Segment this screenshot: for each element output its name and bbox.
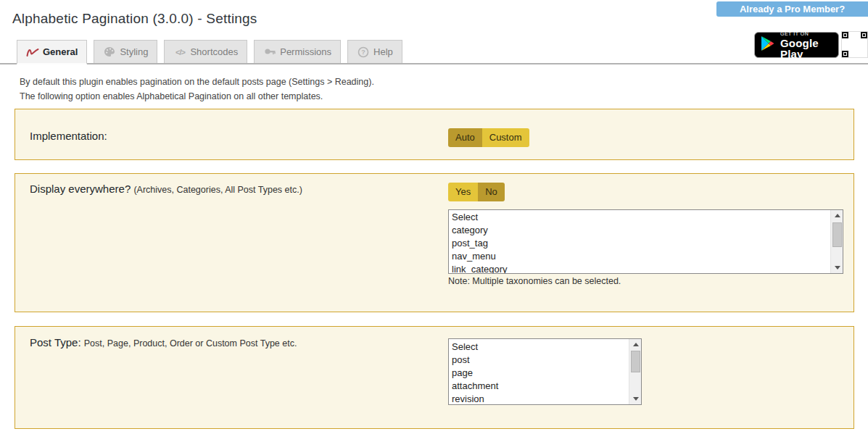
scroll-up-icon[interactable] xyxy=(831,210,843,221)
tab-permissions[interactable]: Permissions xyxy=(254,40,341,63)
section-post-type: Post Type: Post, Page, Product, Order or… xyxy=(15,326,854,429)
taxonomy-option[interactable]: link_category xyxy=(449,263,830,273)
post-type-scrollbar[interactable] xyxy=(629,339,641,404)
post-type-select[interactable]: Selectpostpageattachmentrevision xyxy=(448,338,642,405)
scroll-down-icon[interactable] xyxy=(629,393,642,404)
tab-help[interactable]: ? Help xyxy=(347,40,402,63)
scrollbar-thumb[interactable] xyxy=(631,351,640,372)
post-type-option[interactable]: page xyxy=(449,367,629,380)
intro-line-2: The following option enables Alphabetica… xyxy=(20,89,374,104)
taxonomy-option[interactable]: nav_menu xyxy=(449,250,830,263)
tab-general[interactable]: General xyxy=(17,40,87,64)
implementation-label: Implementation: xyxy=(30,130,107,142)
taxonomy-option[interactable]: Select xyxy=(449,211,830,224)
svg-text:?: ? xyxy=(361,49,365,56)
display-everywhere-label: Display everywhere? (Archives, Categorie… xyxy=(30,183,302,195)
settings-page: Alphabetic Pagination (3.0.0) - Settings… xyxy=(0,0,868,434)
custom-button[interactable]: Custom xyxy=(482,128,529,147)
code-icon: </> xyxy=(173,46,186,58)
post-type-sublabel: Post, Page, Product, Order or Custom Pos… xyxy=(84,338,297,349)
tab-shortcodes[interactable]: </> Shortcodes xyxy=(164,40,247,63)
no-button[interactable]: No xyxy=(478,183,505,201)
post-type-option[interactable]: attachment xyxy=(449,380,629,393)
taxonomy-note: Note: Multiple taxonomies can be selecte… xyxy=(448,276,621,286)
tab-label: Permissions xyxy=(280,46,331,57)
scroll-down-icon[interactable] xyxy=(831,262,843,273)
post-type-option[interactable]: revision xyxy=(449,393,629,404)
play-triangle-icon xyxy=(761,36,775,54)
post-type-label: Post Type: Post, Page, Product, Order or… xyxy=(30,336,297,349)
auto-button[interactable]: Auto xyxy=(448,128,482,147)
scrollbar-thumb[interactable] xyxy=(832,222,842,247)
post-type-option[interactable]: post xyxy=(449,354,629,367)
taxonomy-scrollbar[interactable] xyxy=(830,210,843,273)
scroll-up-icon[interactable] xyxy=(629,339,642,350)
tab-label: Styling xyxy=(120,46,148,57)
signature-icon xyxy=(26,46,39,58)
post-type-option[interactable]: Select xyxy=(449,341,629,354)
key-icon xyxy=(263,46,276,58)
tab-bar: General Styling </> Shortcodes Permissio… xyxy=(0,40,868,64)
page-title: Alphabetic Pagination (3.0.0) - Settings xyxy=(12,11,257,27)
taxonomy-option[interactable]: post_tag xyxy=(449,237,830,250)
section-implementation: Implementation: Auto Custom xyxy=(15,109,854,160)
intro-text: By default this plugin enables paginatio… xyxy=(20,75,374,104)
display-everywhere-toggle: Yes No xyxy=(448,183,505,201)
help-icon: ? xyxy=(357,46,370,58)
google-play-badge[interactable]: GET IT ON Google Play xyxy=(754,32,839,58)
taxonomy-select[interactable]: Selectcategorypost_tagnav_menulink_categ… xyxy=(448,209,843,274)
intro-line-1: By default this plugin enables paginatio… xyxy=(20,75,374,89)
taxonomy-option[interactable]: category xyxy=(449,224,830,237)
tab-label: Help xyxy=(373,46,393,57)
implementation-toggle: Auto Custom xyxy=(448,128,529,147)
yes-button[interactable]: Yes xyxy=(448,183,478,201)
display-everywhere-sublabel: (Archives, Categories, All Post Types et… xyxy=(133,185,302,195)
palette-icon xyxy=(103,46,116,58)
pro-member-button[interactable]: Already a Pro Member? xyxy=(716,1,868,17)
tab-styling[interactable]: Styling xyxy=(94,40,157,63)
tab-label: General xyxy=(43,46,78,57)
google-play-text: GET IT ON Google Play xyxy=(780,31,832,59)
qr-code xyxy=(842,32,867,57)
tab-label: Shortcodes xyxy=(190,46,238,57)
section-display-everywhere: Display everywhere? (Archives, Categorie… xyxy=(15,173,854,312)
